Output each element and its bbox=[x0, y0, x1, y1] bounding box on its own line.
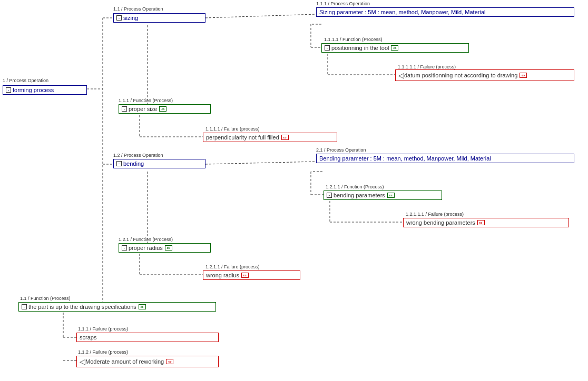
label-wrong-bending: wrong bending parameters bbox=[406, 219, 475, 226]
link-icon-wrong-radius[interactable]: ⇔ bbox=[241, 273, 249, 278]
label-datum-positioning: datum positionning not according to draw… bbox=[404, 72, 517, 78]
label-bending-parameters: bending parameters bbox=[334, 192, 385, 198]
link-icon-proper-size[interactable]: ⇔ bbox=[159, 106, 166, 112]
label-proper-radius: proper radius bbox=[129, 245, 163, 251]
label-moderate-rework: Moderate amount of reworking bbox=[85, 358, 164, 365]
link-icon-bending-parameters[interactable]: ⇔ bbox=[387, 193, 395, 198]
node-positioning-tool[interactable]: - positionning in the tool ⇔ bbox=[321, 43, 469, 53]
node-forming-process[interactable]: - forming process bbox=[3, 85, 87, 95]
expand-positioning-tool[interactable]: - bbox=[325, 45, 330, 51]
label-forming-process: forming process bbox=[13, 87, 54, 93]
label-bending: bending bbox=[123, 161, 144, 167]
label-bending-parameters-header: 1.2.1.1 / Function (Process) bbox=[326, 184, 384, 189]
node-sizing-param[interactable]: Sizing parameter : 5M : mean, method, Ma… bbox=[316, 7, 574, 17]
label-positioning-tool-header: 1.1.1.1 / Function (Process) bbox=[324, 37, 383, 42]
expand-bending[interactable]: - bbox=[116, 161, 122, 166]
label-perpendicularity-header: 1.1.1.1 / Failure (process) bbox=[205, 126, 260, 132]
link-icon-datum[interactable]: ⇔ bbox=[520, 73, 527, 78]
node-wrong-radius[interactable]: wrong radius ⇔ bbox=[203, 270, 300, 280]
label-positioning-tool: positionning in the tool bbox=[331, 45, 389, 51]
label-drawing-specs-header: 1.1 / Function (Process) bbox=[20, 296, 71, 301]
label-drawing-specs: the part is up to the drawing specificat… bbox=[28, 304, 136, 310]
connector-lines bbox=[0, 0, 588, 381]
link-icon-perpendicularity[interactable]: ⇔ bbox=[281, 135, 289, 140]
node-drawing-specs[interactable]: - the part is up to the drawing specific… bbox=[18, 302, 216, 312]
label-datum-positioning-header: 1.1.1.1.1 / Failure (process) bbox=[398, 64, 456, 69]
label-bending-param: Bending parameter : 5M : mean, method, M… bbox=[319, 155, 491, 162]
label-moderate-rework-header: 1.1.2 / Failure (process) bbox=[78, 349, 128, 355]
arrow-moderate: ◁ bbox=[80, 357, 85, 366]
node-datum-positioning[interactable]: ◁ datum positionning not according to dr… bbox=[395, 69, 574, 81]
node-bending-parameters[interactable]: - bending parameters ⇔ bbox=[324, 190, 442, 200]
label-proper-size-header: 1.1.1 / Function (Process) bbox=[119, 98, 173, 103]
expand-proper-radius[interactable]: - bbox=[122, 245, 127, 250]
expand-bending-parameters[interactable]: - bbox=[327, 193, 332, 198]
label-wrong-radius-header: 1.2.1.1 / Failure (process) bbox=[205, 264, 260, 269]
label-wrong-radius: wrong radius bbox=[206, 272, 239, 278]
link-icon-drawing-specs[interactable]: ⇔ bbox=[139, 304, 146, 309]
arrow-datum: ◁ bbox=[398, 71, 404, 79]
expand-drawing-specs[interactable]: - bbox=[22, 304, 27, 309]
label-sizing-param: Sizing parameter : 5M : mean, method, Ma… bbox=[319, 9, 485, 15]
label-forming-process-header: 1 / Process Operation bbox=[3, 78, 48, 83]
node-perpendicularity[interactable]: perpendicularity not full filled ⇔ bbox=[203, 133, 337, 142]
expand-sizing[interactable]: - bbox=[116, 15, 122, 21]
expand-proper-size[interactable]: - bbox=[122, 106, 127, 112]
node-sizing[interactable]: - sizing bbox=[113, 13, 205, 23]
expand-forming-process[interactable]: - bbox=[6, 87, 11, 93]
label-bending-header: 1.2 / Process Operation bbox=[113, 153, 163, 158]
label-bending-param-header: 2.1 / Process Operation bbox=[316, 147, 366, 153]
node-wrong-bending[interactable]: wrong bending parameters ⇔ bbox=[403, 218, 569, 227]
svg-line-15 bbox=[205, 162, 316, 164]
link-icon-proper-radius[interactable]: ⇔ bbox=[165, 245, 172, 250]
label-proper-size: proper size bbox=[129, 106, 157, 112]
svg-line-5 bbox=[205, 14, 316, 18]
label-sizing-param-header: 1.1.1 / Process Operation bbox=[316, 1, 370, 6]
node-proper-radius[interactable]: - proper radius ⇔ bbox=[119, 243, 211, 253]
label-sizing: sizing bbox=[123, 15, 138, 21]
diagram-container: 1 / Process Operation - forming process … bbox=[0, 0, 588, 381]
label-scraps: scraps bbox=[80, 334, 96, 340]
label-proper-radius-header: 1.2.1 / Function (Process) bbox=[119, 237, 173, 242]
link-icon-positioning-tool[interactable]: ⇔ bbox=[391, 45, 398, 51]
node-scraps[interactable]: scraps bbox=[76, 333, 219, 342]
node-bending[interactable]: - bending bbox=[113, 159, 205, 168]
node-bending-param[interactable]: Bending parameter : 5M : mean, method, M… bbox=[316, 154, 574, 163]
label-wrong-bending-header: 1.2.1.1.1 / Failure (process) bbox=[406, 212, 464, 217]
node-proper-size[interactable]: - proper size ⇔ bbox=[119, 104, 211, 114]
link-icon-moderate-rework[interactable]: ⇔ bbox=[166, 359, 173, 364]
label-scraps-header: 1.1.1 / Failure (process) bbox=[78, 326, 128, 332]
label-perpendicularity: perpendicularity not full filled bbox=[206, 134, 279, 141]
label-sizing-header: 1.1 / Process Operation bbox=[113, 6, 163, 12]
link-icon-wrong-bending[interactable]: ⇔ bbox=[477, 220, 485, 225]
node-moderate-rework[interactable]: ◁ Moderate amount of reworking ⇔ bbox=[76, 356, 219, 367]
